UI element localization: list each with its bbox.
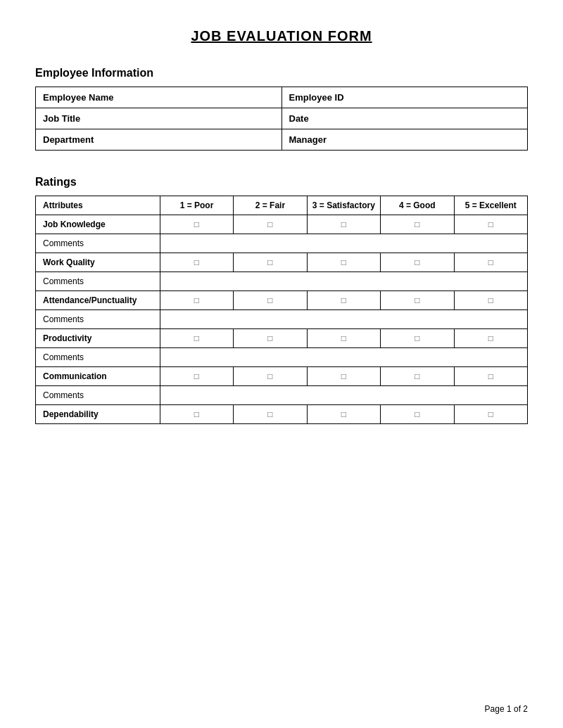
attribute-label: Job Knowledge	[36, 215, 160, 234]
rating-checkbox[interactable]: □	[160, 329, 233, 348]
table-row: Job Knowledge□□□□□	[36, 215, 528, 234]
info-cell: Date	[282, 108, 528, 129]
rating-checkbox[interactable]: □	[234, 253, 307, 272]
comments-label: Comments	[36, 234, 160, 253]
table-row: Comments	[36, 348, 528, 367]
rating-checkbox[interactable]: □	[454, 253, 528, 272]
rating-checkbox[interactable]: □	[160, 215, 233, 234]
employee-info-heading: Employee Information	[35, 67, 528, 79]
rating-checkbox[interactable]: □	[234, 329, 307, 348]
rating-checkbox[interactable]: □	[381, 253, 454, 272]
rating-checkbox[interactable]: □	[234, 405, 307, 424]
comments-label: Comments	[36, 272, 160, 291]
attribute-label: Productivity	[36, 329, 160, 348]
comments-content[interactable]	[160, 348, 527, 367]
employee-info-table: Employee NameEmployee IDJob TitleDateDep…	[35, 87, 528, 151]
rating-checkbox[interactable]: □	[160, 291, 233, 310]
page-title: JOB EVALUATION FORM	[35, 28, 528, 44]
info-cell: Employee Name	[36, 87, 282, 108]
rating-checkbox[interactable]: □	[234, 367, 307, 386]
table-row: Communication□□□□□	[36, 367, 528, 386]
ratings-heading: Ratings	[35, 176, 528, 189]
info-cell: Department	[36, 129, 282, 151]
rating-checkbox[interactable]: □	[381, 329, 454, 348]
rating-checkbox[interactable]: □	[454, 405, 528, 424]
rating-checkbox[interactable]: □	[234, 215, 307, 234]
rating-checkbox[interactable]: □	[307, 215, 380, 234]
comments-content[interactable]	[160, 310, 527, 329]
ratings-col-header: 5 = Excellent	[454, 196, 528, 215]
attribute-label: Work Quality	[36, 253, 160, 272]
ratings-col-header: Attributes	[36, 196, 160, 215]
ratings-col-header: 3 = Satisfactory	[307, 196, 380, 215]
rating-checkbox[interactable]: □	[381, 367, 454, 386]
rating-checkbox[interactable]: □	[381, 291, 454, 310]
page-footer: Page 1 of 2	[485, 704, 528, 714]
info-cell: Job Title	[36, 108, 282, 129]
ratings-table: Attributes1 = Poor2 = Fair3 = Satisfacto…	[35, 196, 528, 424]
rating-checkbox[interactable]: □	[307, 329, 380, 348]
comments-label: Comments	[36, 310, 160, 329]
table-row: Work Quality□□□□□	[36, 253, 528, 272]
attribute-label: Communication	[36, 367, 160, 386]
table-row: Productivity□□□□□	[36, 329, 528, 348]
ratings-col-header: 1 = Poor	[160, 196, 233, 215]
table-row: Comments	[36, 234, 528, 253]
info-cell: Employee ID	[282, 87, 528, 108]
info-cell: Manager	[282, 129, 528, 151]
table-row: Attendance/Punctuality□□□□□	[36, 291, 528, 310]
comments-label: Comments	[36, 386, 160, 405]
table-row: Comments	[36, 272, 528, 291]
rating-checkbox[interactable]: □	[454, 215, 528, 234]
table-row: Dependability□□□□□	[36, 405, 528, 424]
rating-checkbox[interactable]: □	[307, 253, 380, 272]
rating-checkbox[interactable]: □	[454, 329, 528, 348]
comments-content[interactable]	[160, 234, 527, 253]
attribute-label: Dependability	[36, 405, 160, 424]
employee-info-section: Employee Information Employee NameEmploy…	[35, 67, 528, 151]
ratings-col-header: 4 = Good	[381, 196, 454, 215]
table-row: Comments	[36, 386, 528, 405]
rating-checkbox[interactable]: □	[307, 291, 380, 310]
table-row: Comments	[36, 310, 528, 329]
ratings-col-header: 2 = Fair	[234, 196, 307, 215]
rating-checkbox[interactable]: □	[234, 291, 307, 310]
rating-checkbox[interactable]: □	[160, 253, 233, 272]
rating-checkbox[interactable]: □	[454, 367, 528, 386]
rating-checkbox[interactable]: □	[381, 405, 454, 424]
ratings-section: Ratings Attributes1 = Poor2 = Fair3 = Sa…	[35, 176, 528, 424]
attribute-label: Attendance/Punctuality	[36, 291, 160, 310]
rating-checkbox[interactable]: □	[381, 215, 454, 234]
rating-checkbox[interactable]: □	[160, 405, 233, 424]
comments-content[interactable]	[160, 386, 527, 405]
rating-checkbox[interactable]: □	[307, 367, 380, 386]
rating-checkbox[interactable]: □	[454, 291, 528, 310]
comments-content[interactable]	[160, 272, 527, 291]
rating-checkbox[interactable]: □	[160, 367, 233, 386]
comments-label: Comments	[36, 348, 160, 367]
rating-checkbox[interactable]: □	[307, 405, 380, 424]
